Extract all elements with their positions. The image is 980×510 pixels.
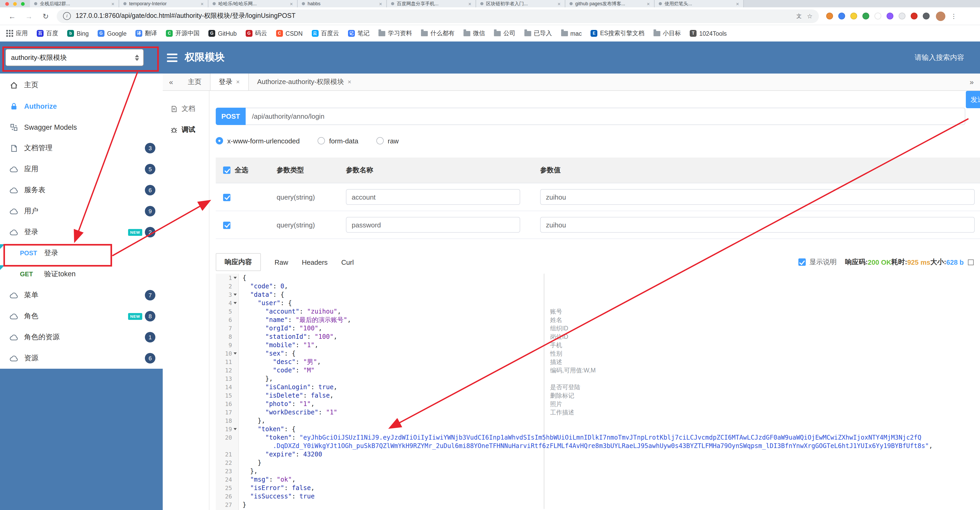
radio-x-www-form-urlencoded[interactable]: x-www-form-urlencoded [216,137,300,145]
extension-icon-4[interactable] [862,13,869,19]
bookmark-item[interactable]: 学习资料 [379,29,412,37]
fold-caret-icon[interactable] [234,302,237,304]
sidebar-item-post-login[interactable]: POST 登录 [0,243,163,264]
fold-caret-icon[interactable] [234,428,237,430]
sidebar-item-role-resource[interactable]: 角色的资源 1 [0,327,163,348]
address-bar[interactable]: i 127.0.0.1:8760/api/gate/doc.html#/auth… [57,9,819,23]
close-tab-icon[interactable]: × [290,1,293,6]
show-description-checkbox[interactable] [799,258,806,266]
radio-form-data[interactable]: form-data [318,137,358,145]
browser-tab[interactable]: 全栈后端2群...× [30,0,119,7]
tab-curl[interactable]: Curl [341,258,354,266]
extension-icon-5[interactable] [875,13,881,19]
request-url-input[interactable]: /api/authority/anno/login [246,108,965,125]
tab-raw[interactable]: Raw [275,258,288,266]
bookmark-item[interactable]: G码云 [246,29,267,37]
service-select[interactable]: authority-权限模块 [5,49,144,66]
close-tab-icon[interactable]: × [200,1,204,6]
bookmark-item[interactable]: bBing [67,30,89,37]
sidebar-item-swagger-models[interactable]: Swagger Models [0,116,163,138]
bookmark-item[interactable]: GGitHub [208,30,237,37]
window-minimize-button[interactable] [13,2,17,5]
close-tab-icon[interactable]: × [348,78,352,86]
bookmark-item[interactable]: GGoogle [98,30,127,37]
browser-tab[interactable]: habbs× [298,0,387,7]
fullscreen-icon[interactable] [968,259,974,265]
window-close-button[interactable] [5,2,9,5]
extension-icon-9[interactable] [923,13,930,19]
gutter-line[interactable]: 10 [216,349,238,358]
doc-nav-debug[interactable]: 调试 [163,119,209,140]
bookmark-item[interactable]: 已导入 [524,29,552,37]
close-tab-icon[interactable]: × [236,78,240,86]
sidebar-item-get-verify-token[interactable]: GET 验证token [0,264,163,285]
page-info-icon[interactable]: i [63,12,71,20]
sidebar-item-app[interactable]: 应用 5 [0,159,163,180]
sidebar-item-menu[interactable]: 菜单 7 [0,285,163,306]
sidebar-item-home[interactable]: 主页 [0,75,163,96]
close-tab-icon[interactable]: × [557,1,561,6]
browser-tab[interactable]: temporary-Interior× [119,0,208,7]
bookmark-item[interactable]: 小目标 [653,29,681,37]
bookmark-item[interactable]: 百百度 [37,29,58,37]
bookmark-item[interactable]: 云百度云 [312,29,339,37]
doc-nav-docs[interactable]: 文档 [163,98,209,119]
send-button[interactable]: 发送 [966,91,980,108]
sidebar-item-user[interactable]: 用户 9 [0,201,163,222]
collapse-tabs-icon[interactable]: « [163,78,180,86]
menu-toggle-icon[interactable] [167,54,177,64]
param-name-input[interactable] [346,189,520,205]
close-tab-icon[interactable]: × [379,1,382,6]
sidebar-item-service-table[interactable]: 服务表 6 [0,180,163,201]
row-checkbox[interactable] [223,194,231,201]
tab-authorize-authority[interactable]: Authorize-authority-权限模块 × [249,73,360,90]
expand-tabs-icon[interactable]: » [963,78,980,86]
forward-icon[interactable]: → [24,12,33,20]
gutter-line[interactable]: 4 [216,299,238,307]
fold-caret-icon[interactable] [234,293,237,296]
bookmark-item[interactable]: 什么都有 [421,29,455,37]
bookmark-star-icon[interactable]: ☆ [807,12,813,20]
sidebar-item-login[interactable]: 登录 NEW 2 [0,222,163,243]
bookmark-item[interactable]: 公司 [494,29,515,37]
show-description-toggle[interactable]: 显示说明 [799,257,837,267]
tab-headers[interactable]: Headers [302,258,328,266]
browser-tab[interactable]: 哈哈乐/哈哈乐网...× [208,0,298,7]
row-checkbox[interactable] [223,222,231,229]
bookmark-item[interactable]: 应用 [6,29,28,37]
browser-tab[interactable]: 区块链初学者入门...× [476,0,565,7]
fold-caret-icon[interactable] [234,277,237,279]
extension-icon-2[interactable] [838,13,845,19]
translate-icon[interactable]: 文 [796,12,802,20]
gutter-line[interactable]: 3 [216,290,238,299]
close-tab-icon[interactable]: × [468,1,471,6]
extension-icon-7[interactable] [899,13,905,19]
gutter-line[interactable]: 19 [216,425,238,434]
param-value-input[interactable] [540,189,975,205]
close-tab-icon[interactable]: × [111,1,115,6]
sidebar-item-doc-manage[interactable]: 文档管理 3 [0,138,163,159]
bookmark-item[interactable]: EES搜索引擎文档 [591,29,644,37]
reload-icon[interactable]: ↻ [41,12,50,20]
sidebar-item-resource[interactable]: 资源 6 [0,348,163,369]
bookmark-item[interactable]: C开源中国 [166,29,199,37]
close-tab-icon[interactable]: × [647,1,650,6]
bookmark-item[interactable]: CCSDN [276,30,302,37]
extension-icon-3[interactable] [850,13,857,19]
bookmark-item[interactable]: mac [561,30,582,37]
header-search-input[interactable]: 请输入搜索内容 [915,53,964,62]
bookmark-item[interactable]: 记笔记 [348,29,369,37]
sidebar-item-role[interactable]: 角色 NEW 8 [0,306,163,327]
tab-login[interactable]: 登录 × [210,73,249,90]
back-icon[interactable]: ← [7,12,17,20]
close-tab-icon[interactable]: × [736,1,739,6]
window-zoom-button[interactable] [21,2,25,5]
extension-icon-6[interactable] [886,13,893,19]
extension-icon-8[interactable] [911,13,918,19]
tab-home[interactable]: 主页 [180,73,210,90]
bookmark-item[interactable]: T1024Tools [690,30,727,37]
bookmark-item[interactable]: 译翻译 [135,29,157,37]
param-value-input[interactable] [540,217,975,233]
fold-caret-icon[interactable] [234,352,237,355]
profile-avatar[interactable] [936,11,945,21]
